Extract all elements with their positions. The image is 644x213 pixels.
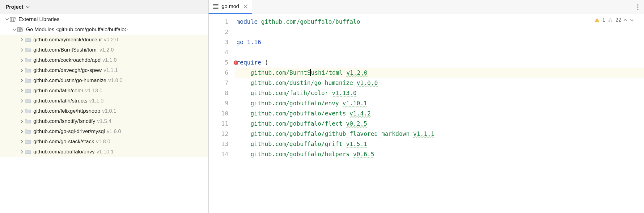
inspections-widget[interactable]: 1 22 <box>592 17 635 23</box>
tree-label: github.com/cockroachdb/apd <box>33 57 100 63</box>
code-line[interactable]: github.com/gobuffalo/grift v1.5.1 <box>235 139 644 149</box>
tree-node-dependency[interactable]: github.com/aymerick/douceurv0.2.0 <box>0 35 208 45</box>
code-line[interactable]: github.com/gobuffalo/events v1.4.2 <box>235 108 644 119</box>
chevron-right-icon <box>20 69 24 72</box>
svg-rect-3 <box>18 27 19 32</box>
warning-icon <box>594 18 600 23</box>
line-number: 2 <box>209 27 235 37</box>
code-line[interactable]: github.com/gobuffalo/helpers v0.6.5 <box>235 149 644 159</box>
tree-label: github.com/go-sql-driver/mysql <box>33 128 105 135</box>
folder-icon <box>25 48 31 52</box>
line-number: 9 <box>209 98 235 108</box>
editor-more-menu[interactable] <box>632 0 644 14</box>
tree-node-dependency[interactable]: github.com/cockroachdb/apdv1.1.0 <box>0 55 208 65</box>
code-line[interactable]: github.com/gobuffalo/flect v0.2.5 <box>235 119 644 129</box>
code-line[interactable]: !require ( <box>235 57 644 68</box>
warning-weak-icon <box>608 18 613 23</box>
tree-label: github.com/fatih/structs <box>33 98 87 104</box>
vertical-dots-icon <box>637 4 638 10</box>
editor-tab-go-mod[interactable]: go.mod <box>209 0 252 14</box>
tree-version: v1.5.4 <box>97 118 111 124</box>
line-number: 1 <box>209 17 235 27</box>
line-number: 13 <box>209 139 235 149</box>
chevron-up-icon[interactable] <box>624 18 627 22</box>
close-icon[interactable] <box>244 4 248 9</box>
tree-node-dependency[interactable]: github.com/dustin/go-humanizev1.0.0 <box>0 75 208 86</box>
project-tool-button[interactable]: Project <box>6 4 30 10</box>
tree-label: github.com/aymerick/douceur <box>33 37 102 43</box>
error-icon[interactable]: ! <box>234 61 238 65</box>
chevron-down-icon <box>26 5 30 9</box>
folder-icon <box>25 58 31 63</box>
folder-icon <box>25 119 31 124</box>
code-line[interactable]: module github.com/gobuffalo/buffalo <box>235 17 644 27</box>
tree-version: v1.6.0 <box>107 128 121 135</box>
tree-node-dependency[interactable]: github.com/fatih/colorv1.13.0 <box>0 86 208 96</box>
chevron-right-icon <box>20 119 24 123</box>
tree-node-go-modules[interactable]: Go Modules <github.com/gobuffalo/buffalo… <box>0 24 208 35</box>
tree-version: v1.1.0 <box>102 57 117 63</box>
tree-node-dependency[interactable]: github.com/fsnotify/fsnotifyv1.5.4 <box>0 116 208 126</box>
warning-count-2: 22 <box>616 17 621 23</box>
code-line[interactable] <box>235 27 644 37</box>
chevron-right-icon <box>20 58 24 62</box>
tree-label: github.com/fsnotify/fsnotify <box>33 118 95 124</box>
topbar: Project go.mod <box>0 0 644 14</box>
tree-version: v1.0.1 <box>102 108 116 114</box>
tree-node-dependency[interactable]: github.com/davecgh/go-spewv1.1.1 <box>0 65 208 75</box>
gutter: 1234567891011121314 <box>209 14 235 213</box>
tree-version: v1.1.0 <box>89 98 104 104</box>
tree-version: v0.2.0 <box>104 37 118 43</box>
svg-rect-0 <box>10 17 11 22</box>
chevron-right-icon <box>20 79 24 82</box>
line-number: 11 <box>209 119 235 129</box>
code-line[interactable]: github.com/gobuffalo/github_flavored_mar… <box>235 129 644 139</box>
code-line[interactable]: github.com/BurntSushi/toml v1.2.0 <box>235 68 644 78</box>
line-number: 4 <box>209 47 235 57</box>
tree-label: External Libraries <box>19 16 59 23</box>
code-line[interactable] <box>235 47 644 57</box>
tree-label: Go Modules <github.com/gobuffalo/buffalo… <box>26 27 128 33</box>
svg-rect-8 <box>610 19 611 21</box>
line-number: 7 <box>209 78 235 88</box>
library-icon <box>10 17 17 22</box>
folder-icon <box>25 149 31 154</box>
line-number: 8 <box>209 88 235 98</box>
folder-icon <box>25 98 31 103</box>
svg-rect-2 <box>14 17 16 22</box>
code-line[interactable]: github.com/fatih/color v1.13.0 <box>235 88 644 98</box>
chevron-down-icon <box>5 18 9 21</box>
project-tree[interactable]: External Libraries Go Modules <github.co… <box>0 14 209 213</box>
folder-icon <box>25 109 31 114</box>
code-line[interactable]: github.com/gobuffalo/envy v1.10.1 <box>235 98 644 108</box>
warning-count-1: 1 <box>602 17 605 23</box>
tree-node-dependency[interactable]: github.com/go-stack/stackv1.8.0 <box>0 136 208 147</box>
code-line[interactable]: github.com/dustin/go-humanize v1.0.0 <box>235 78 644 88</box>
tree-label: github.com/felixge/httpsnoop <box>33 108 100 114</box>
code-line[interactable]: go 1.16 <box>235 37 644 47</box>
tree-version: v1.2.0 <box>100 47 114 53</box>
code-editor[interactable]: 1234567891011121314 module github.com/go… <box>209 14 644 213</box>
tree-node-dependency[interactable]: github.com/go-sql-driver/mysqlv1.6.0 <box>0 126 208 136</box>
svg-rect-9 <box>610 21 611 22</box>
tree-version: v1.1.1 <box>104 67 118 73</box>
tree-node-dependency[interactable]: github.com/gobuffalo/envyv1.10.1 <box>0 147 208 157</box>
tree-version: v1.0.0 <box>108 77 122 84</box>
tree-label: github.com/dustin/go-humanize <box>33 77 106 84</box>
tree-node-dependency[interactable]: github.com/BurntSushi/tomlv1.2.0 <box>0 45 208 55</box>
chevron-right-icon <box>20 150 24 154</box>
tree-label: github.com/gobuffalo/envy <box>33 149 95 155</box>
tree-version: v1.13.0 <box>85 88 103 94</box>
chevron-right-icon <box>20 130 24 133</box>
svg-rect-1 <box>12 17 13 22</box>
chevron-down-icon[interactable] <box>630 18 633 22</box>
tree-label: github.com/go-stack/stack <box>33 139 94 145</box>
chevron-right-icon <box>20 38 24 42</box>
chevron-right-icon <box>20 99 24 103</box>
line-number: 14 <box>209 149 235 159</box>
tree-node-dependency[interactable]: github.com/felixge/httpsnoopv1.0.1 <box>0 106 208 116</box>
tree-node-dependency[interactable]: github.com/fatih/structsv1.1.0 <box>0 96 208 106</box>
tree-node-external-libraries[interactable]: External Libraries <box>0 14 208 24</box>
code-area[interactable]: module github.com/gobuffalo/buffalogo 1.… <box>235 14 644 213</box>
folder-icon <box>25 88 31 93</box>
